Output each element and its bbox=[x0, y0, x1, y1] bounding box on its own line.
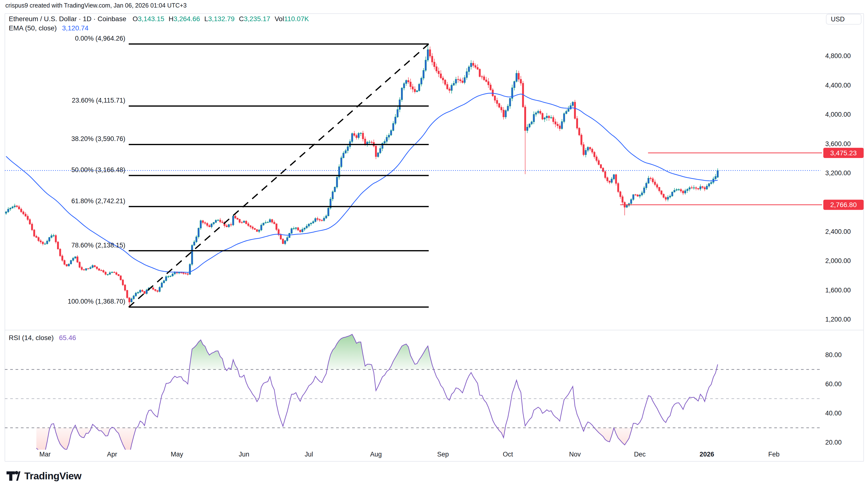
close-value: 3,235.17 bbox=[244, 15, 270, 23]
volume-value: 110.07K bbox=[284, 15, 309, 23]
rsi-value: 65.46 bbox=[59, 334, 76, 342]
high-label: H bbox=[168, 15, 174, 23]
svg-text:4,800.00: 4,800.00 bbox=[825, 52, 851, 60]
svg-text:1,200.00: 1,200.00 bbox=[825, 316, 851, 323]
svg-text:Jun: Jun bbox=[239, 451, 249, 458]
currency-toggle-label: USD bbox=[831, 16, 845, 23]
rsi-line bbox=[36, 334, 718, 455]
svg-text:60.00: 60.00 bbox=[825, 380, 842, 388]
svg-text:Mar: Mar bbox=[39, 451, 51, 458]
svg-text:Oct: Oct bbox=[503, 451, 513, 458]
svg-text:40.00: 40.00 bbox=[825, 410, 842, 417]
rsi-guide-lines bbox=[5, 370, 822, 428]
price-line-badges: 3,475.232,766.80 bbox=[823, 148, 864, 210]
rsi-axis-labels[interactable]: 80.0060.0040.0020.00 bbox=[825, 351, 842, 446]
svg-text:Sep: Sep bbox=[437, 451, 449, 458]
tradingview-logo-text: TradingView bbox=[24, 470, 81, 482]
currency-toggle-button[interactable]: USD bbox=[826, 14, 862, 25]
rsi-overbought-fill bbox=[36, 334, 718, 455]
volume-label: Vol bbox=[275, 15, 284, 23]
svg-text:0.00% (4,964.26): 0.00% (4,964.26) bbox=[75, 35, 125, 42]
svg-text:61.80% (2,742.21): 61.80% (2,742.21) bbox=[71, 197, 125, 205]
svg-text:3,600.00: 3,600.00 bbox=[825, 140, 851, 148]
price-axis-labels[interactable]: 4,800.004,400.004,000.003,600.003,200.00… bbox=[825, 52, 851, 323]
svg-text:20.00: 20.00 bbox=[825, 439, 842, 446]
open-label: O bbox=[133, 15, 138, 23]
svg-text:23.60% (4,115.71): 23.60% (4,115.71) bbox=[72, 97, 125, 104]
tradingview-logo-icon bbox=[6, 470, 21, 482]
svg-text:Feb: Feb bbox=[768, 451, 780, 458]
svg-text:50.00% (3,166.48): 50.00% (3,166.48) bbox=[71, 166, 125, 174]
svg-text:2026: 2026 bbox=[700, 451, 714, 458]
low-label: L bbox=[204, 15, 208, 23]
svg-text:3,475.23: 3,475.23 bbox=[830, 149, 857, 157]
svg-text:38.20% (3,590.76): 38.20% (3,590.76) bbox=[71, 135, 125, 142]
ema-value: 3,120.74 bbox=[62, 24, 88, 32]
svg-text:Apr: Apr bbox=[107, 451, 117, 458]
symbol-legend[interactable]: Ethereum / U.S. Dollar · 1D · Coinbase O… bbox=[9, 15, 309, 23]
svg-text:100.00% (1,368.70): 100.00% (1,368.70) bbox=[68, 298, 125, 305]
svg-text:1,600.00: 1,600.00 bbox=[825, 287, 851, 294]
svg-text:May: May bbox=[171, 451, 183, 458]
high-value: 3,264.66 bbox=[174, 15, 200, 23]
close-label: C bbox=[239, 15, 244, 23]
chart-canvas: 0.00% (4,964.26)23.60% (4,115.71)38.20% … bbox=[0, 0, 868, 491]
rsi-label: RSI (14, close) bbox=[9, 334, 54, 342]
svg-text:80.00: 80.00 bbox=[825, 351, 842, 358]
svg-text:Jul: Jul bbox=[305, 451, 313, 458]
svg-text:4,000.00: 4,000.00 bbox=[825, 111, 851, 118]
svg-text:Dec: Dec bbox=[634, 451, 646, 458]
tradingview-logo[interactable]: TradingView bbox=[6, 470, 81, 482]
svg-text:Nov: Nov bbox=[569, 451, 581, 458]
svg-text:Aug: Aug bbox=[370, 451, 382, 458]
symbol-title: Ethereum / U.S. Dollar · 1D · Coinbase bbox=[9, 15, 126, 23]
ema-legend[interactable]: EMA (50, close) 3,120.74 bbox=[9, 24, 88, 32]
rsi-oversold-fill bbox=[36, 334, 718, 455]
chart-frame-borders bbox=[5, 13, 864, 461]
ema-label: EMA (50, close) bbox=[9, 24, 57, 32]
low-value: 3,132.79 bbox=[208, 15, 235, 23]
svg-text:2,400.00: 2,400.00 bbox=[825, 228, 851, 235]
time-axis-labels[interactable]: MarAprMayJunJulAugSepOctNovDec2026Feb bbox=[39, 451, 780, 458]
svg-text:3,200.00: 3,200.00 bbox=[825, 169, 851, 177]
svg-text:2,766.80: 2,766.80 bbox=[830, 201, 857, 208]
svg-text:2,000.00: 2,000.00 bbox=[825, 257, 851, 264]
svg-text:4,400.00: 4,400.00 bbox=[825, 82, 851, 89]
open-value: 3,143.15 bbox=[138, 15, 164, 23]
fibonacci-retracement[interactable]: 0.00% (4,964.26)23.60% (4,115.71)38.20% … bbox=[68, 35, 429, 307]
rsi-legend[interactable]: RSI (14, close) 65.46 bbox=[9, 334, 76, 342]
svg-text:78.60% (2,138.15): 78.60% (2,138.15) bbox=[71, 241, 125, 249]
tradingview-published-chart: crispus9 created with TradingView.com, J… bbox=[0, 0, 868, 491]
